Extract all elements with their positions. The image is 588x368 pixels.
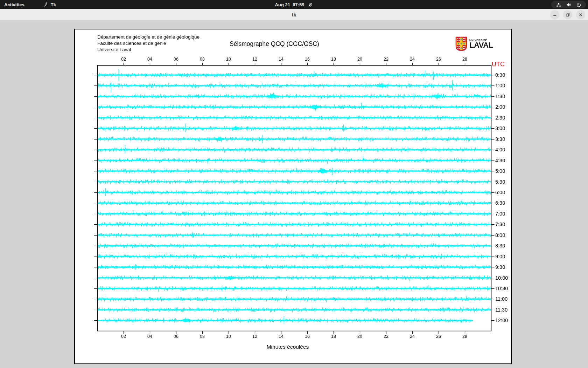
x-tick-label-top: 22: [380, 57, 392, 62]
x-tick-label-top: 26: [432, 57, 445, 62]
x-tick-label-bottom: 06: [170, 334, 182, 339]
trace-time-label: 4:00: [495, 147, 513, 152]
x-tick-label-top: 02: [117, 57, 130, 62]
x-tick-label-top: 04: [144, 57, 156, 62]
trace-time-label: 8:00: [495, 232, 513, 238]
clock-label: Aug 21 07:59: [275, 2, 304, 7]
notifications-disabled-icon: [308, 2, 313, 7]
trace-time-label: 8:30: [495, 243, 513, 248]
laval-logo: UNIVERSITÉ LAVAL: [455, 36, 493, 51]
desktop: Activities Tk Aug 21 07:59: [0, 0, 588, 368]
laval-shield-icon: [455, 36, 467, 51]
x-tick-label-top: 06: [170, 57, 182, 62]
close-icon: [578, 12, 583, 17]
x-tick-label-top: 24: [406, 57, 419, 62]
trace-time-label: 11:30: [495, 307, 513, 313]
top-bar-right: [551, 1, 586, 8]
system-menu[interactable]: [551, 1, 586, 8]
window-controls: [550, 10, 585, 19]
trace-time-label: 7:00: [495, 211, 513, 217]
x-tick-label-bottom: 18: [327, 334, 340, 339]
window-body: Département de géologie et de génie géol…: [0, 20, 588, 368]
trace-time-label: 9:00: [495, 254, 513, 259]
x-tick-label-bottom: 22: [380, 334, 392, 339]
x-tick-label-top: 18: [327, 57, 340, 62]
x-tick-label-bottom: 14: [275, 334, 287, 339]
x-tick-label-bottom: 12: [248, 334, 261, 339]
x-tick-label-top: 08: [196, 57, 209, 62]
trace-time-label: 4:30: [495, 158, 513, 163]
trace-time-label: 11:00: [495, 296, 513, 302]
x-axis-label: Minutes écoulées: [183, 344, 393, 350]
x-tick-label-top: 14: [275, 57, 287, 62]
volume-icon: [566, 2, 572, 7]
header-line-1: Département de géologie et de génie géol…: [97, 34, 200, 40]
trace-time-label: 5:00: [495, 168, 513, 174]
trace-time-label: 12:00: [495, 318, 513, 323]
x-tick-label-top: 16: [301, 57, 314, 62]
trace-time-label: 9:30: [495, 264, 513, 270]
trace-time-label: 2:30: [495, 115, 513, 121]
window-title: tk: [0, 9, 588, 20]
trace-time-label: 0:30: [495, 72, 513, 78]
x-tick-label-bottom: 10: [222, 334, 235, 339]
x-tick-label-bottom: 20: [354, 334, 366, 339]
trace-time-label: 10:30: [495, 286, 513, 291]
x-tick-label-top: 10: [222, 57, 235, 62]
x-tick-label-bottom: 24: [406, 334, 419, 339]
utc-label: UTC: [492, 61, 505, 68]
x-tick-label-bottom: 08: [196, 334, 209, 339]
x-tick-label-bottom: 02: [117, 334, 130, 339]
x-tick-label-bottom: 28: [458, 334, 471, 339]
laval-logo-line2: LAVAL: [469, 42, 493, 49]
trace-time-label: 2:00: [495, 104, 513, 110]
seismogram-plot: [75, 29, 512, 365]
clock-menu[interactable]: Aug 21 07:59: [0, 0, 588, 9]
trace-time-label: 1:00: [495, 83, 513, 88]
x-tick-label-bottom: 04: [144, 334, 156, 339]
x-tick-label-bottom: 16: [301, 334, 314, 339]
trace-time-label: 3:00: [495, 125, 513, 131]
x-tick-label-top: 28: [458, 57, 471, 62]
top-bar: Activities Tk Aug 21 07:59: [0, 0, 588, 9]
window-titlebar[interactable]: tk: [0, 9, 588, 20]
trace-time-label: 6:30: [495, 200, 513, 206]
trace-time-label: 5:30: [495, 179, 513, 185]
trace-time-label: 3:30: [495, 136, 513, 142]
minimize-button[interactable]: [550, 10, 559, 19]
x-tick-label-bottom: 26: [432, 334, 445, 339]
laval-logo-text: UNIVERSITÉ LAVAL: [469, 36, 493, 51]
power-icon: [576, 2, 581, 7]
trace-time-label: 10:00: [495, 275, 513, 281]
x-tick-label-top: 20: [354, 57, 366, 62]
x-tick-label-top: 12: [248, 57, 261, 62]
minimize-icon: [552, 12, 557, 17]
maximize-button[interactable]: [563, 10, 572, 19]
close-button[interactable]: [576, 10, 585, 19]
restore-icon: [565, 12, 570, 17]
trace-time-label: 7:30: [495, 222, 513, 227]
trace-time-label: 6:00: [495, 190, 513, 195]
plot-title: Séismographe QCQ (CGC/GSC): [75, 40, 474, 48]
network-icon: [556, 2, 561, 7]
seismograph-paper: Département de géologie et de génie géol…: [74, 29, 512, 364]
trace-time-label: 1:30: [495, 94, 513, 99]
